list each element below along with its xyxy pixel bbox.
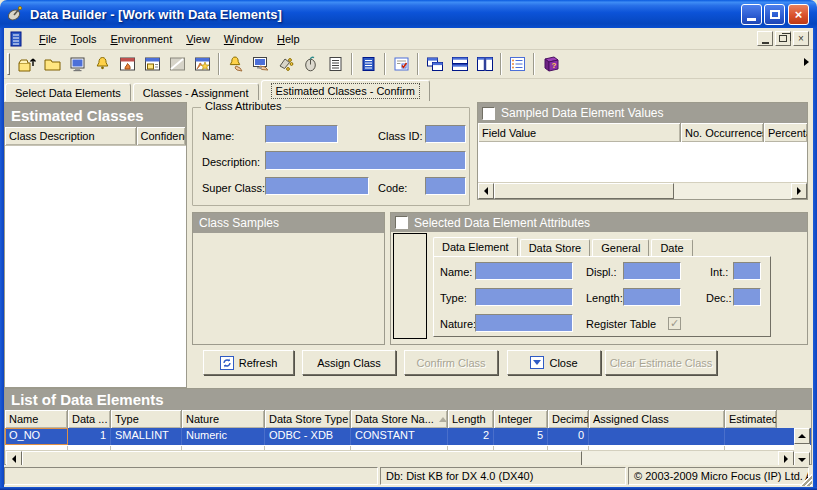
mdi-restore-button[interactable] (775, 31, 791, 46)
mdi-minimize-button[interactable] (757, 31, 773, 46)
class-id-field[interactable] (425, 125, 466, 143)
attribute-selector-box[interactable] (393, 233, 427, 339)
subtab-data-store[interactable]: Data Store (520, 239, 591, 256)
cell-data-store-name[interactable]: CONSTANT (351, 428, 448, 445)
code-field[interactable] (425, 177, 466, 195)
catalog-icon[interactable] (356, 52, 381, 77)
data-elements-vscrollbar (794, 428, 810, 468)
tile-vertical-icon[interactable] (472, 52, 497, 77)
cascade-windows-icon[interactable] (422, 52, 447, 77)
tab-select-data-elements[interactable]: Select Data Elements (5, 83, 131, 101)
list-icon[interactable] (323, 52, 348, 77)
refresh-button[interactable]: Refresh (203, 350, 294, 375)
cell-integer[interactable]: 5 (494, 428, 548, 445)
cell-type[interactable]: SMALLINT (111, 428, 182, 445)
menu-tools[interactable]: Tools (64, 30, 104, 48)
cell-length[interactable]: 2 (448, 428, 494, 445)
cell-estimated[interactable] (725, 428, 777, 445)
column-estimated[interactable]: Estimated (725, 410, 777, 428)
sampled-values-list[interactable] (478, 142, 807, 182)
grid-disabled-icon[interactable] (165, 52, 190, 77)
tab-classes-assignment[interactable]: Classes - Assignment (133, 83, 259, 101)
subtab-data-element[interactable]: Data Element (433, 237, 518, 256)
column-integer[interactable]: Integer (494, 410, 548, 428)
column-data[interactable]: Data ... (68, 410, 111, 428)
confirm-class-button[interactable]: Confirm Class (404, 350, 498, 375)
cell-data-store-type[interactable]: ODBC - XDB (265, 428, 351, 445)
attr-int-field[interactable] (733, 262, 761, 280)
column-field-value[interactable]: Field Value (478, 123, 681, 142)
menu-view[interactable]: View (179, 30, 217, 48)
column-length[interactable]: Length (448, 410, 494, 428)
subtab-date[interactable]: Date (651, 239, 692, 256)
mouse-icon[interactable] (298, 52, 323, 77)
maximize-button[interactable] (764, 4, 785, 25)
checklist-icon[interactable] (389, 52, 414, 77)
column-assigned-class[interactable]: Assigned Class (589, 410, 725, 428)
scroll-right-button[interactable] (791, 183, 807, 199)
cell-assigned-class[interactable] (589, 428, 725, 445)
folder-icon[interactable] (40, 52, 65, 77)
toolbar-separator (384, 53, 386, 75)
toolbar-overflow-arrow[interactable] (804, 58, 809, 66)
attr-length-field[interactable] (623, 288, 681, 306)
resize-grip[interactable] (799, 473, 812, 486)
column-name[interactable]: Name (5, 410, 68, 428)
attr-name-field[interactable] (475, 262, 573, 280)
attr-dec-field[interactable] (733, 288, 761, 306)
column-no-occurrences[interactable]: No. Occurrences (681, 123, 764, 142)
help-book-icon[interactable]: ? (538, 52, 563, 77)
toolbar-grip[interactable] (7, 53, 10, 75)
scroll-left-button[interactable] (478, 183, 494, 199)
data-store-icon[interactable] (115, 52, 140, 77)
description-field[interactable] (265, 151, 466, 170)
menu-environment[interactable]: Environment (103, 30, 179, 48)
cell-data[interactable]: 1 (68, 428, 111, 445)
scroll-up-button[interactable] (794, 428, 810, 444)
alert-action-icon[interactable] (223, 52, 248, 77)
attr-nature-field[interactable] (475, 314, 573, 332)
sampled-values-header: Sampled Data Element Values (478, 103, 807, 123)
column-nature[interactable]: Nature (182, 410, 265, 428)
table-edit-icon[interactable] (190, 52, 215, 77)
clear-estimate-class-button[interactable]: Clear Estimate Class (605, 350, 717, 375)
column-data-store-name[interactable]: Data Store Na... (351, 410, 448, 428)
screen-export-icon[interactable] (248, 52, 273, 77)
selected-attributes-checkbox[interactable] (395, 216, 408, 229)
minimize-button[interactable] (741, 4, 762, 25)
estimated-classes-list[interactable] (5, 146, 186, 387)
column-data-store-type[interactable]: Data Store Type (265, 410, 351, 428)
column-confidence[interactable]: Confidence (137, 127, 187, 145)
table-note-icon[interactable] (140, 52, 165, 77)
column-class-description[interactable]: Class Description (5, 127, 137, 145)
subtab-general[interactable]: General (592, 239, 649, 256)
assign-class-button[interactable]: Assign Class (302, 350, 396, 375)
menu-file[interactable]: File (32, 30, 64, 48)
menu-window[interactable]: Window (217, 30, 270, 48)
register-table-checkbox[interactable]: ✓ (668, 317, 681, 330)
sampled-values-checkbox[interactable] (482, 107, 495, 120)
open-icon[interactable] (15, 52, 40, 77)
attr-type-field[interactable] (475, 288, 573, 306)
tile-horizontal-icon[interactable] (447, 52, 472, 77)
mdi-close-button[interactable]: × (793, 31, 809, 46)
super-class-field[interactable] (265, 177, 369, 195)
cell-decimal[interactable]: 0 (548, 428, 589, 445)
name-field[interactable] (265, 125, 338, 143)
attr-displ-field[interactable] (623, 262, 681, 280)
column-percentage[interactable]: Percentage (764, 123, 807, 142)
table-row-selected[interactable]: O_NO 1 SMALLINT Numeric ODBC - XDB CONST… (5, 428, 811, 445)
column-decimal[interactable]: Decimal (548, 410, 589, 428)
close-button[interactable]: × (788, 4, 809, 25)
alert-icon[interactable] (90, 52, 115, 77)
details-icon[interactable] (505, 52, 530, 77)
monitor-icon[interactable] (65, 52, 90, 77)
cell-name[interactable]: O_NO (5, 428, 68, 445)
column-type[interactable]: Type (111, 410, 182, 428)
menu-help[interactable]: Help (270, 30, 307, 48)
tab-estimated-classes-confirm[interactable]: Estimated Classes - Confirm (261, 80, 430, 101)
assign-icon[interactable] (273, 52, 298, 77)
scroll-thumb[interactable] (494, 183, 674, 199)
close-panel-button[interactable]: Close (507, 350, 601, 375)
cell-nature[interactable]: Numeric (182, 428, 265, 445)
